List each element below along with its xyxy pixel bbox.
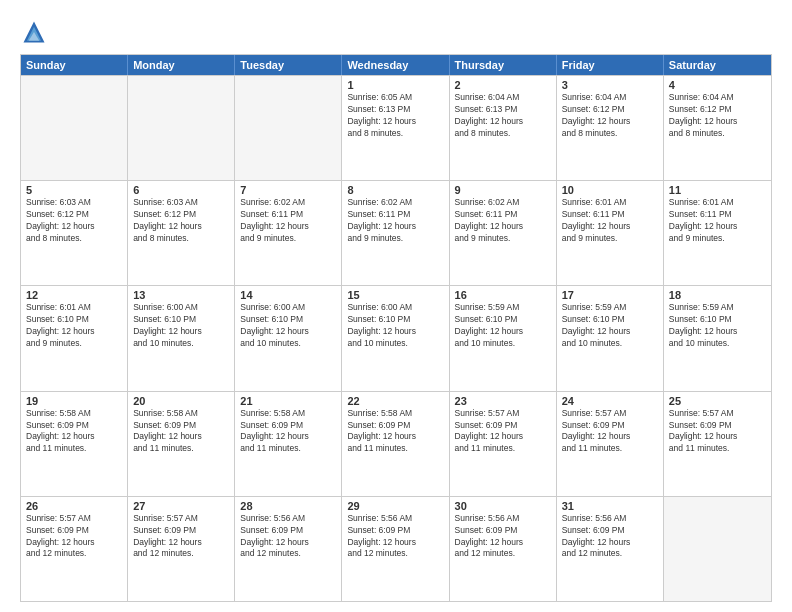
day-number: 5 [26, 184, 122, 196]
calendar-row-5: 26Sunrise: 5:57 AM Sunset: 6:09 PM Dayli… [21, 496, 771, 601]
day-info: Sunrise: 5:57 AM Sunset: 6:09 PM Dayligh… [455, 408, 551, 456]
day-number: 1 [347, 79, 443, 91]
day-info: Sunrise: 5:58 AM Sunset: 6:09 PM Dayligh… [133, 408, 229, 456]
calendar-cell: 12Sunrise: 6:01 AM Sunset: 6:10 PM Dayli… [21, 286, 128, 390]
calendar-cell: 19Sunrise: 5:58 AM Sunset: 6:09 PM Dayli… [21, 392, 128, 496]
day-number: 18 [669, 289, 766, 301]
day-info: Sunrise: 5:56 AM Sunset: 6:09 PM Dayligh… [562, 513, 658, 561]
day-number: 7 [240, 184, 336, 196]
calendar-cell: 15Sunrise: 6:00 AM Sunset: 6:10 PM Dayli… [342, 286, 449, 390]
day-info: Sunrise: 6:04 AM Sunset: 6:12 PM Dayligh… [562, 92, 658, 140]
day-info: Sunrise: 6:02 AM Sunset: 6:11 PM Dayligh… [347, 197, 443, 245]
calendar-body: 1Sunrise: 6:05 AM Sunset: 6:13 PM Daylig… [21, 75, 771, 601]
weekday-header-thursday: Thursday [450, 55, 557, 75]
day-number: 6 [133, 184, 229, 196]
day-number: 15 [347, 289, 443, 301]
day-number: 24 [562, 395, 658, 407]
calendar-cell: 18Sunrise: 5:59 AM Sunset: 6:10 PM Dayli… [664, 286, 771, 390]
calendar-cell: 31Sunrise: 5:56 AM Sunset: 6:09 PM Dayli… [557, 497, 664, 601]
day-number: 13 [133, 289, 229, 301]
calendar-cell: 1Sunrise: 6:05 AM Sunset: 6:13 PM Daylig… [342, 76, 449, 180]
day-info: Sunrise: 6:03 AM Sunset: 6:12 PM Dayligh… [133, 197, 229, 245]
day-number: 30 [455, 500, 551, 512]
day-info: Sunrise: 6:03 AM Sunset: 6:12 PM Dayligh… [26, 197, 122, 245]
calendar-row-3: 12Sunrise: 6:01 AM Sunset: 6:10 PM Dayli… [21, 285, 771, 390]
day-info: Sunrise: 5:57 AM Sunset: 6:09 PM Dayligh… [562, 408, 658, 456]
day-info: Sunrise: 6:00 AM Sunset: 6:10 PM Dayligh… [347, 302, 443, 350]
day-number: 23 [455, 395, 551, 407]
day-number: 2 [455, 79, 551, 91]
calendar-cell: 20Sunrise: 5:58 AM Sunset: 6:09 PM Dayli… [128, 392, 235, 496]
day-number: 31 [562, 500, 658, 512]
day-number: 21 [240, 395, 336, 407]
day-info: Sunrise: 6:00 AM Sunset: 6:10 PM Dayligh… [133, 302, 229, 350]
day-number: 14 [240, 289, 336, 301]
day-number: 20 [133, 395, 229, 407]
calendar-cell: 3Sunrise: 6:04 AM Sunset: 6:12 PM Daylig… [557, 76, 664, 180]
weekday-header-tuesday: Tuesday [235, 55, 342, 75]
calendar-cell: 28Sunrise: 5:56 AM Sunset: 6:09 PM Dayli… [235, 497, 342, 601]
day-number: 19 [26, 395, 122, 407]
calendar-header: SundayMondayTuesdayWednesdayThursdayFrid… [21, 55, 771, 75]
weekday-header-wednesday: Wednesday [342, 55, 449, 75]
logo-icon [20, 18, 48, 46]
day-number: 26 [26, 500, 122, 512]
calendar-cell: 22Sunrise: 5:58 AM Sunset: 6:09 PM Dayli… [342, 392, 449, 496]
day-info: Sunrise: 5:57 AM Sunset: 6:09 PM Dayligh… [669, 408, 766, 456]
logo [20, 18, 52, 46]
calendar-cell: 11Sunrise: 6:01 AM Sunset: 6:11 PM Dayli… [664, 181, 771, 285]
calendar-cell: 17Sunrise: 5:59 AM Sunset: 6:10 PM Dayli… [557, 286, 664, 390]
day-number: 9 [455, 184, 551, 196]
day-info: Sunrise: 5:57 AM Sunset: 6:09 PM Dayligh… [26, 513, 122, 561]
calendar-cell: 23Sunrise: 5:57 AM Sunset: 6:09 PM Dayli… [450, 392, 557, 496]
day-number: 12 [26, 289, 122, 301]
calendar-cell [128, 76, 235, 180]
day-number: 22 [347, 395, 443, 407]
day-info: Sunrise: 5:58 AM Sunset: 6:09 PM Dayligh… [26, 408, 122, 456]
calendar-cell: 2Sunrise: 6:04 AM Sunset: 6:13 PM Daylig… [450, 76, 557, 180]
day-number: 16 [455, 289, 551, 301]
weekday-header-monday: Monday [128, 55, 235, 75]
day-info: Sunrise: 5:58 AM Sunset: 6:09 PM Dayligh… [347, 408, 443, 456]
calendar-cell [21, 76, 128, 180]
day-info: Sunrise: 6:01 AM Sunset: 6:11 PM Dayligh… [669, 197, 766, 245]
calendar-cell: 30Sunrise: 5:56 AM Sunset: 6:09 PM Dayli… [450, 497, 557, 601]
day-number: 29 [347, 500, 443, 512]
calendar-cell: 4Sunrise: 6:04 AM Sunset: 6:12 PM Daylig… [664, 76, 771, 180]
day-number: 25 [669, 395, 766, 407]
day-info: Sunrise: 6:01 AM Sunset: 6:11 PM Dayligh… [562, 197, 658, 245]
calendar-row-1: 1Sunrise: 6:05 AM Sunset: 6:13 PM Daylig… [21, 75, 771, 180]
day-number: 10 [562, 184, 658, 196]
day-info: Sunrise: 5:56 AM Sunset: 6:09 PM Dayligh… [455, 513, 551, 561]
day-info: Sunrise: 5:59 AM Sunset: 6:10 PM Dayligh… [669, 302, 766, 350]
calendar: SundayMondayTuesdayWednesdayThursdayFrid… [20, 54, 772, 602]
day-number: 27 [133, 500, 229, 512]
calendar-cell: 26Sunrise: 5:57 AM Sunset: 6:09 PM Dayli… [21, 497, 128, 601]
weekday-header-saturday: Saturday [664, 55, 771, 75]
calendar-cell: 24Sunrise: 5:57 AM Sunset: 6:09 PM Dayli… [557, 392, 664, 496]
calendar-cell [664, 497, 771, 601]
day-info: Sunrise: 5:58 AM Sunset: 6:09 PM Dayligh… [240, 408, 336, 456]
calendar-cell: 21Sunrise: 5:58 AM Sunset: 6:09 PM Dayli… [235, 392, 342, 496]
day-info: Sunrise: 6:01 AM Sunset: 6:10 PM Dayligh… [26, 302, 122, 350]
weekday-header-friday: Friday [557, 55, 664, 75]
calendar-cell: 13Sunrise: 6:00 AM Sunset: 6:10 PM Dayli… [128, 286, 235, 390]
calendar-cell: 25Sunrise: 5:57 AM Sunset: 6:09 PM Dayli… [664, 392, 771, 496]
day-number: 11 [669, 184, 766, 196]
day-info: Sunrise: 5:56 AM Sunset: 6:09 PM Dayligh… [347, 513, 443, 561]
calendar-cell: 29Sunrise: 5:56 AM Sunset: 6:09 PM Dayli… [342, 497, 449, 601]
day-info: Sunrise: 6:04 AM Sunset: 6:12 PM Dayligh… [669, 92, 766, 140]
calendar-cell: 16Sunrise: 5:59 AM Sunset: 6:10 PM Dayli… [450, 286, 557, 390]
day-info: Sunrise: 5:59 AM Sunset: 6:10 PM Dayligh… [455, 302, 551, 350]
calendar-cell: 27Sunrise: 5:57 AM Sunset: 6:09 PM Dayli… [128, 497, 235, 601]
calendar-cell [235, 76, 342, 180]
day-info: Sunrise: 6:00 AM Sunset: 6:10 PM Dayligh… [240, 302, 336, 350]
header [20, 18, 772, 46]
calendar-row-2: 5Sunrise: 6:03 AM Sunset: 6:12 PM Daylig… [21, 180, 771, 285]
day-number: 28 [240, 500, 336, 512]
day-info: Sunrise: 5:56 AM Sunset: 6:09 PM Dayligh… [240, 513, 336, 561]
calendar-cell: 9Sunrise: 6:02 AM Sunset: 6:11 PM Daylig… [450, 181, 557, 285]
day-number: 17 [562, 289, 658, 301]
calendar-cell: 14Sunrise: 6:00 AM Sunset: 6:10 PM Dayli… [235, 286, 342, 390]
day-number: 3 [562, 79, 658, 91]
